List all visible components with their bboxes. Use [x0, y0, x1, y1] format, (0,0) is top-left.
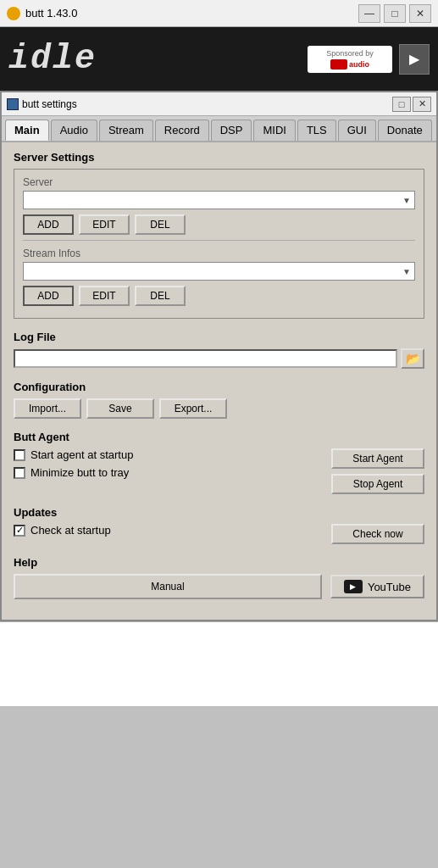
check-startup-label: Check at startup: [30, 524, 111, 537]
folder-icon: 📂: [406, 352, 420, 365]
stream-add-button[interactable]: ADD: [23, 286, 74, 306]
youtube-button[interactable]: ▶ YouTube: [330, 575, 424, 598]
updates-title: Updates: [14, 506, 424, 519]
tab-main[interactable]: Main: [5, 120, 49, 141]
start-agent-startup-row: Start agent at startup: [14, 448, 324, 461]
check-startup-row: Check at startup: [14, 524, 324, 537]
settings-close-button[interactable]: ✕: [413, 97, 431, 112]
stop-agent-button[interactable]: Stop Agent: [331, 474, 424, 494]
server-settings-box: Server ▼ ADD EDIT DEL Stream Infos: [14, 169, 424, 319]
separator-1: [23, 240, 415, 241]
updates-cols: Check at startup Check now: [14, 524, 424, 544]
settings-title-bar: butt settings □ ✕: [2, 92, 436, 116]
tab-gui[interactable]: GUI: [338, 120, 376, 141]
stream-infos-label: Stream Infos: [23, 248, 415, 259]
main-content: Server Settings Server ▼ ADD EDIT DEL St…: [2, 142, 436, 620]
sponsor-logo: audio: [314, 59, 385, 70]
configuration-section: Configuration Import... Save Export...: [14, 381, 424, 419]
chevron-down-icon: ▼: [402, 196, 411, 205]
server-settings-title: Server Settings: [14, 151, 424, 164]
sponsor-title: Sponsored by: [314, 49, 385, 58]
server-dropdown[interactable]: ▼: [23, 191, 415, 209]
stream-infos-buttons-row: ADD EDIT DEL: [23, 286, 415, 306]
help-title: Help: [14, 556, 424, 569]
tab-midi[interactable]: MIDI: [253, 120, 295, 141]
tab-donate[interactable]: Donate: [378, 120, 432, 141]
updates-left: Check at startup: [14, 524, 324, 542]
butt-agent-buttons: Start Agent Stop Agent: [331, 448, 424, 494]
updates-section: Updates Check at startup Check now: [14, 506, 424, 544]
export-button[interactable]: Export...: [159, 398, 227, 419]
tab-audio[interactable]: Audio: [51, 120, 97, 141]
start-agent-button[interactable]: Start Agent: [331, 448, 424, 469]
help-buttons-row: Manual ▶ YouTube: [14, 574, 424, 599]
youtube-label: YouTube: [368, 581, 411, 593]
main-title-bar: butt 1.43.0 — □ ✕: [0, 0, 438, 27]
sponsor-logo-text: audio: [349, 60, 369, 69]
chevron-down-icon-2: ▼: [402, 267, 411, 276]
minimize-button[interactable]: —: [358, 4, 380, 23]
idle-text: idle: [8, 40, 97, 78]
window-controls: — □ ✕: [358, 4, 431, 23]
server-edit-button[interactable]: EDIT: [79, 214, 130, 235]
log-file-section: Log File 📂: [14, 331, 424, 369]
stream-infos-dropdown[interactable]: ▼: [23, 262, 415, 281]
app-icon: [7, 7, 20, 20]
settings-window: butt settings □ ✕ Main Audio Stream Reco…: [0, 91, 438, 621]
youtube-icon: ▶: [344, 580, 363, 593]
sponsor-area[interactable]: Sponsored by audio: [308, 46, 392, 73]
banner-right: Sponsored by audio ▶: [308, 44, 430, 75]
log-file-row: 📂: [14, 348, 424, 369]
server-add-button[interactable]: ADD: [23, 214, 74, 235]
tab-bar: Main Audio Stream Record DSP MIDI TLS GU…: [2, 116, 436, 142]
butt-agent-cols: Start agent at startup Minimize butt to …: [14, 448, 424, 494]
butt-agent-checkboxes: Start agent at startup Minimize butt to …: [14, 448, 324, 484]
start-agent-startup-label: Start agent at startup: [30, 448, 133, 461]
minimize-butt-label: Minimize butt to tray: [30, 466, 129, 479]
tab-dsp[interactable]: DSP: [211, 120, 252, 141]
manual-button[interactable]: Manual: [14, 574, 322, 599]
settings-controls: □ ✕: [392, 97, 431, 112]
log-file-title: Log File: [14, 331, 424, 343]
help-section: Help Manual ▶ YouTube: [14, 556, 424, 599]
minimize-butt-row: Minimize butt to tray: [14, 466, 324, 479]
banner-area: idle Sponsored by audio ▶: [0, 27, 438, 91]
tab-tls[interactable]: TLS: [297, 120, 336, 141]
tab-record[interactable]: Record: [155, 120, 209, 141]
play-button[interactable]: ▶: [399, 44, 430, 75]
log-file-input[interactable]: [14, 349, 397, 368]
server-settings-section: Server Settings Server ▼ ADD EDIT DEL St…: [14, 151, 424, 319]
maximize-button[interactable]: □: [384, 4, 406, 23]
folder-browse-button[interactable]: 📂: [401, 348, 424, 369]
save-button[interactable]: Save: [86, 398, 154, 419]
stream-infos-dropdown-row: ▼: [23, 262, 415, 281]
import-button[interactable]: Import...: [14, 398, 81, 419]
stream-edit-button[interactable]: EDIT: [79, 286, 130, 306]
updates-right: Check now: [331, 524, 424, 544]
sponsor-logo-icon: [330, 59, 347, 70]
settings-window-icon: [7, 98, 19, 110]
bottom-area: [0, 621, 438, 706]
server-del-button[interactable]: DEL: [135, 214, 186, 235]
butt-agent-title: Butt Agent: [14, 431, 424, 443]
stream-del-button[interactable]: DEL: [135, 286, 186, 306]
tab-stream[interactable]: Stream: [99, 120, 153, 141]
minimize-butt-checkbox[interactable]: [14, 467, 25, 479]
server-buttons-row: ADD EDIT DEL: [23, 214, 415, 235]
server-dropdown-row: ▼: [23, 191, 415, 209]
butt-agent-section: Butt Agent Start agent at startup Minimi…: [14, 431, 424, 494]
server-label: Server: [23, 176, 415, 188]
settings-title-left: butt settings: [7, 98, 77, 110]
configuration-buttons-row: Import... Save Export...: [14, 398, 424, 419]
check-now-button[interactable]: Check now: [331, 524, 424, 544]
settings-maximize-button[interactable]: □: [392, 97, 411, 112]
app-title: butt 1.43.0: [25, 7, 77, 19]
settings-title-text: butt settings: [22, 98, 77, 110]
youtube-play-icon: ▶: [350, 582, 356, 591]
configuration-title: Configuration: [14, 381, 424, 393]
start-agent-startup-checkbox[interactable]: [14, 449, 25, 461]
check-startup-checkbox[interactable]: [14, 525, 25, 537]
close-button[interactable]: ✕: [409, 4, 431, 23]
title-bar-left: butt 1.43.0: [7, 7, 77, 20]
